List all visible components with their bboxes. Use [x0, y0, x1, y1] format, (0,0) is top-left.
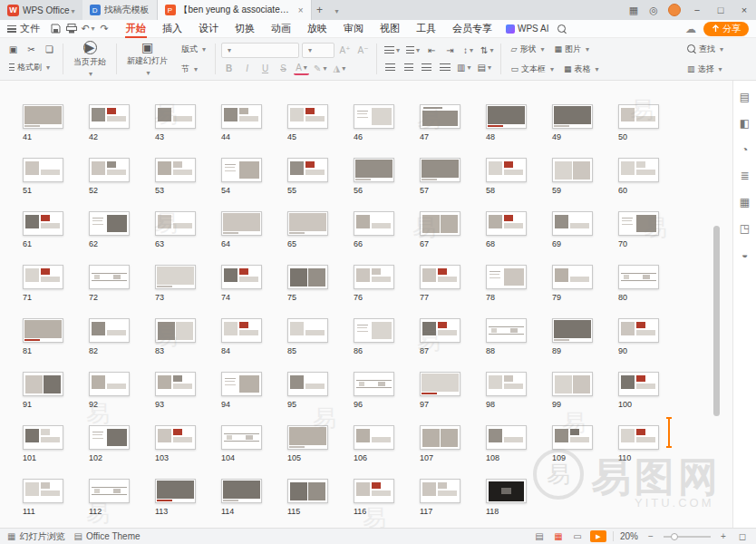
slide-thumbnail-114[interactable]	[221, 479, 262, 503]
sorter-view-button[interactable]: ▦	[552, 530, 565, 543]
search-icon[interactable]	[554, 21, 570, 37]
properties-icon[interactable]: ▤	[738, 90, 752, 104]
slide-thumbnail-70[interactable]	[618, 211, 659, 236]
slide-thumbnail-52[interactable]	[89, 158, 130, 182]
print-icon[interactable]	[63, 21, 80, 37]
slide-thumbnail-102[interactable]	[89, 425, 130, 450]
scrollbar-thumb[interactable]	[713, 226, 720, 416]
slide-thumbnail-116[interactable]	[354, 479, 394, 503]
slide-thumbnail-64[interactable]	[221, 211, 262, 236]
slide-thumbnail-72[interactable]	[89, 265, 130, 289]
shapes-button[interactable]: ▱形状	[507, 41, 548, 58]
vertical-scrollbar[interactable]	[713, 81, 720, 528]
slide-thumbnail-85[interactable]	[287, 318, 328, 343]
more-icon[interactable]: ◒	[738, 248, 752, 262]
zoom-in-button[interactable]: +	[717, 530, 730, 543]
slide-thumbnail-89[interactable]	[552, 318, 593, 343]
paste-icon[interactable]: ▣	[5, 42, 21, 56]
redo-icon[interactable]: ↷	[96, 21, 112, 37]
slide-thumbnail-62[interactable]	[89, 211, 130, 236]
slide-thumbnail-95[interactable]	[287, 372, 328, 396]
apps-grid-icon[interactable]: ▦	[624, 0, 644, 20]
slide-thumbnail-78[interactable]	[486, 265, 527, 289]
new-tab-button[interactable]: +	[312, 0, 328, 20]
new-slide-button[interactable]: ▣ 新建幻灯片	[122, 40, 172, 78]
slide-thumbnail-97[interactable]	[420, 372, 460, 396]
slide-thumbnail-73[interactable]	[155, 265, 196, 289]
highlight-color-button[interactable]: ✎	[312, 61, 328, 75]
slide-thumbnail-58[interactable]	[486, 158, 527, 182]
slide-thumbnail-55[interactable]	[287, 158, 328, 182]
app-menu-button[interactable]: W WPS Office	[0, 0, 82, 20]
select-button[interactable]: ▥选择	[683, 61, 726, 78]
slide-thumbnail-74[interactable]	[221, 265, 262, 289]
menu-item-审阅[interactable]: 审阅	[335, 20, 372, 38]
slide-thumbnail-41[interactable]	[23, 104, 63, 129]
slide-thumbnail-88[interactable]	[486, 318, 527, 343]
justify-icon[interactable]	[437, 61, 452, 75]
slide-thumbnail-44[interactable]	[221, 104, 262, 129]
outdent-icon[interactable]: ⇤	[424, 44, 440, 58]
zoom-out-button[interactable]: −	[645, 530, 657, 543]
slide-thumbnail-84[interactable]	[221, 318, 262, 343]
slide-thumbnail-68[interactable]	[486, 211, 527, 236]
zoom-knob[interactable]	[671, 533, 678, 540]
slide-thumbnail-103[interactable]	[155, 425, 196, 450]
slide-thumbnail-98[interactable]	[486, 372, 527, 396]
menu-item-会员专享[interactable]: 会员专享	[444, 20, 500, 38]
grow-font-button[interactable]: A⁺	[337, 44, 353, 58]
slide-thumbnail-47[interactable]	[420, 104, 460, 129]
minimize-button[interactable]: −	[685, 0, 709, 20]
slide-thumbnail-87[interactable]	[420, 318, 460, 343]
section-button[interactable]: 节	[178, 61, 201, 78]
message-icon[interactable]: ◎	[644, 0, 664, 20]
slide-thumbnail-118[interactable]	[486, 479, 527, 503]
menu-item-动画[interactable]: 动画	[263, 20, 299, 38]
menu-item-插入[interactable]: 插入	[154, 20, 190, 38]
document-tab[interactable]: D找稿壳模板	[82, 0, 158, 20]
slide-thumbnail-91[interactable]	[23, 372, 63, 396]
slide-thumbnail-45[interactable]	[287, 104, 328, 129]
find-button[interactable]: 查找	[683, 41, 727, 58]
avatar[interactable]	[668, 4, 681, 16]
slide-thumbnail-60[interactable]	[618, 158, 659, 182]
slide-thumbnail-66[interactable]	[354, 211, 394, 236]
save-icon[interactable]	[47, 21, 63, 37]
theme-indicator[interactable]: ▤ Office Theme	[73, 531, 140, 541]
text-effects-button[interactable]: ◮	[331, 61, 347, 75]
paragraph-layout-icon[interactable]: ▤	[475, 61, 492, 75]
align-left-icon[interactable]	[383, 61, 398, 75]
slide-thumbnail-75[interactable]	[287, 265, 328, 289]
slide-thumbnail-99[interactable]	[552, 372, 593, 396]
slide-thumbnail-56[interactable]	[354, 158, 394, 182]
line-spacing-icon[interactable]: ↕	[460, 44, 476, 58]
align-right-icon[interactable]	[419, 61, 434, 75]
tab-close-icon[interactable]: ×	[298, 5, 304, 15]
slide-thumbnail-48[interactable]	[486, 104, 527, 129]
menu-item-切换[interactable]: 切换	[227, 20, 263, 38]
cloud-sync-icon[interactable]: ☁	[685, 23, 696, 35]
normal-view-button[interactable]: ▤	[533, 530, 546, 543]
slide-thumbnail-79[interactable]	[552, 265, 593, 289]
numbering-icon[interactable]	[404, 44, 422, 58]
cut-icon[interactable]: ✂	[24, 42, 39, 56]
table-button[interactable]: ▦表格	[560, 61, 603, 78]
bullets-icon[interactable]	[383, 44, 402, 58]
slide-thumbnail-113[interactable]	[155, 479, 196, 503]
underline-button[interactable]: U	[257, 61, 273, 75]
slide-thumbnail-81[interactable]	[23, 318, 63, 343]
layout-button[interactable]: 版式	[178, 41, 209, 58]
slide-thumbnail-46[interactable]	[354, 104, 394, 129]
bold-button[interactable]: B	[221, 61, 237, 75]
design-icon[interactable]: ◧	[738, 116, 752, 131]
maximize-button[interactable]: □	[709, 0, 732, 20]
slide-thumbnail-49[interactable]	[552, 104, 593, 129]
slide-thumbnail-105[interactable]	[287, 425, 328, 450]
reading-view-button[interactable]: ▭	[571, 530, 584, 543]
slide-thumbnail-96[interactable]	[354, 372, 394, 396]
fit-window-button[interactable]: ◻	[736, 530, 749, 543]
picture-button[interactable]: ▦图片	[550, 41, 593, 58]
slide-thumbnail-43[interactable]	[155, 104, 196, 129]
slide-thumbnail-111[interactable]	[23, 479, 63, 503]
menu-item-设计[interactable]: 设计	[190, 20, 227, 38]
